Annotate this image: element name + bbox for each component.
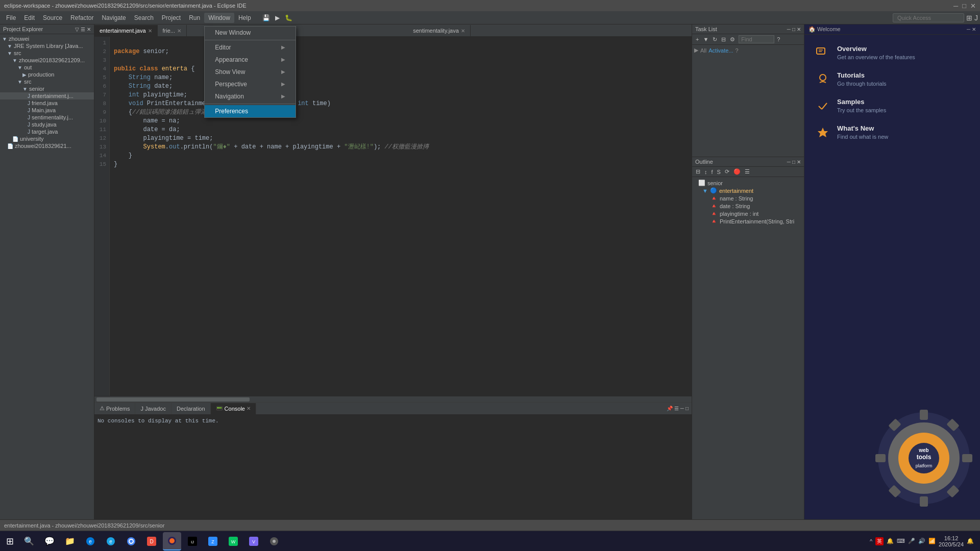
dropdown-editor[interactable]: Editor ▶: [205, 41, 296, 54]
tray-icon1[interactable]: 🔔: [887, 538, 894, 544]
dropdown-perspective[interactable]: Perspective ▶: [205, 78, 296, 90]
welcome-close[interactable]: ✕: [972, 27, 976, 32]
welcome-tutorials[interactable]: Tutorials Go through tutorials: [815, 71, 970, 88]
editor-scroll-bar[interactable]: [94, 396, 692, 402]
menu-source[interactable]: Source: [39, 13, 66, 23]
welcome-overview[interactable]: Overview Get an overview of the features: [815, 45, 970, 61]
dropdown-show-view[interactable]: Show View ▶: [205, 66, 296, 78]
tray-ime[interactable]: 英: [875, 537, 884, 545]
taskbar-ie[interactable]: e: [102, 532, 120, 550]
outline-settings[interactable]: ☰: [743, 168, 751, 176]
tree-sentimentality-java[interactable]: J sentimentality.j...: [0, 114, 94, 121]
toolbar-save[interactable]: 💾: [260, 13, 272, 22]
dropdown-appearance[interactable]: Appearance ▶: [205, 54, 296, 66]
tab-close-friend[interactable]: ✕: [177, 28, 181, 34]
menu-refactor[interactable]: Refactor: [66, 13, 97, 23]
outline-method-print[interactable]: 🔺 PrintEntertainment(String, Stri: [694, 217, 802, 225]
tab-problems[interactable]: ⚠ Problems: [94, 403, 135, 414]
tab-sentimentality[interactable]: sentimentality.java ✕: [408, 25, 471, 36]
maximize-button[interactable]: □: [962, 2, 966, 10]
tab-console-close[interactable]: ✕: [247, 406, 251, 411]
taskbar-file-explorer[interactable]: 📁: [61, 532, 79, 550]
dropdown-new-window[interactable]: New Window: [205, 27, 296, 39]
explorer-menu[interactable]: ☰: [81, 27, 85, 32]
taskbar-edge[interactable]: e: [81, 532, 100, 550]
toolbar-run[interactable]: ▶: [273, 13, 282, 22]
dropdown-preferences[interactable]: Preferences: [205, 105, 296, 117]
menu-file[interactable]: File: [2, 13, 20, 23]
tab-javadoc[interactable]: J Javadoc: [135, 403, 171, 414]
menu-project[interactable]: Project: [158, 13, 185, 23]
taskbar-task-view[interactable]: 💬: [40, 532, 59, 550]
task-activate[interactable]: Activate...: [708, 47, 733, 54]
task-refresh[interactable]: ↻: [711, 36, 719, 43]
task-help-icon[interactable]: ?: [736, 47, 739, 54]
tree-senior-package[interactable]: ▼ senior: [0, 85, 94, 92]
dropdown-navigation[interactable]: Navigation ▶: [205, 90, 296, 103]
tree-study-java[interactable]: J study.java: [0, 121, 94, 128]
task-help[interactable]: ?: [775, 36, 781, 43]
tray-show-hidden[interactable]: ^: [870, 538, 872, 544]
task-list-minimize[interactable]: ─: [787, 27, 791, 32]
tree-production[interactable]: ▶ production: [0, 71, 94, 78]
tree-zhouwei-folder[interactable]: ▼ zhouwei2018329621209...: [0, 57, 94, 64]
outline-minimize[interactable]: ─: [787, 159, 791, 165]
taskbar-app2[interactable]: V: [244, 532, 263, 550]
console-menu[interactable]: ☰: [674, 406, 679, 411]
tab-close-entertainment[interactable]: ✕: [148, 28, 152, 34]
close-button[interactable]: ✕: [970, 2, 976, 10]
console-maximize[interactable]: □: [685, 406, 689, 411]
tray-icon3[interactable]: 🎤: [908, 538, 915, 544]
outline-field-playingtime[interactable]: 🔺 playingtime : int: [694, 210, 802, 217]
taskbar-search[interactable]: 🔍: [20, 532, 38, 550]
code-lines[interactable]: package senior; public class enterta { S…: [110, 37, 692, 396]
taskbar-eclipse[interactable]: [163, 532, 181, 550]
outline-maximize[interactable]: □: [792, 159, 795, 165]
tab-declaration[interactable]: Declaration: [172, 403, 211, 414]
tree-out[interactable]: ▼ out: [0, 64, 94, 71]
task-list-close[interactable]: ✕: [797, 27, 801, 32]
outline-entertainment-class[interactable]: ▼ 🔵 entertainment: [694, 187, 802, 194]
tray-icon2[interactable]: ⌨: [897, 538, 905, 544]
explorer-close[interactable]: ✕: [87, 27, 91, 32]
task-filter[interactable]: ▼: [701, 36, 710, 43]
outline-sort[interactable]: ↕: [703, 168, 709, 176]
welcome-minimize[interactable]: ─: [967, 27, 970, 32]
taskbar-app1[interactable]: D: [142, 532, 161, 550]
taskbar-settings[interactable]: [265, 532, 283, 550]
tab-friend-java[interactable]: frie... ✕: [158, 25, 187, 36]
tree-src2[interactable]: ▼ src: [0, 78, 94, 85]
tree-entertainment-java[interactable]: J entertainment.j...: [0, 92, 94, 99]
taskbar-zoom[interactable]: Z: [204, 532, 222, 550]
tab-console[interactable]: 📟 Console ✕: [211, 403, 256, 414]
tray-volume[interactable]: 🔊: [918, 538, 925, 544]
tree-zhouwei-file[interactable]: 📄 zhouwei2018329621...: [0, 142, 94, 149]
task-find-input[interactable]: [739, 35, 774, 43]
welcome-samples[interactable]: Samples Try out the samples: [815, 98, 970, 114]
outline-hide-static[interactable]: S: [716, 168, 722, 176]
console-pin[interactable]: 📌: [667, 406, 673, 411]
tree-university[interactable]: 📄 university: [0, 135, 94, 142]
tray-network[interactable]: 📶: [928, 538, 936, 544]
menu-window[interactable]: Window New Window Editor ▶ Appearance ▶ …: [204, 13, 234, 23]
console-minimize[interactable]: ─: [680, 406, 684, 411]
tree-friend-java[interactable]: J friend.java: [0, 99, 94, 107]
code-editor[interactable]: 12345 678910 1112131415 package senior; …: [94, 37, 692, 396]
tab-close-sent[interactable]: ✕: [461, 28, 465, 34]
taskbar-chrome[interactable]: [122, 532, 140, 550]
tree-src[interactable]: ▼ src: [0, 49, 94, 57]
start-button[interactable]: ⊞: [2, 534, 18, 549]
tree-jre[interactable]: ▼ JRE System Library [Java...: [0, 42, 94, 49]
tree-target-java[interactable]: J target.java: [0, 128, 94, 135]
quick-access-input[interactable]: [893, 13, 964, 22]
taskbar-wechat[interactable]: W: [224, 532, 242, 550]
perspective-switch[interactable]: ⊞: [966, 14, 972, 22]
tree-main-java[interactable]: J Main.java: [0, 107, 94, 114]
outline-hide-fields[interactable]: f: [710, 168, 715, 176]
menu-search[interactable]: Search: [130, 13, 158, 23]
task-collapse[interactable]: ⊟: [720, 36, 727, 43]
menu-navigate[interactable]: Navigate: [97, 13, 130, 23]
outline-field-date[interactable]: 🔺 date : String: [694, 202, 802, 210]
task-list-maximize[interactable]: □: [792, 27, 795, 32]
explorer-collapse[interactable]: ▽: [75, 27, 79, 32]
